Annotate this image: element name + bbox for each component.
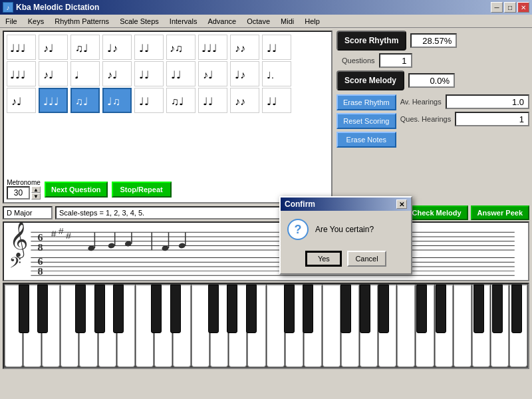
confirm-dialog: Confirm ✕ ? Are You certain? Yes Cancel: [279, 196, 412, 275]
dialog-yes-button[interactable]: Yes: [305, 251, 342, 267]
dialog-content: ? Are You certain?: [281, 211, 411, 248]
dialog-buttons: Yes Cancel: [281, 248, 411, 273]
dialog-close-button[interactable]: ✕: [396, 200, 407, 209]
dialog-question-icon: ?: [287, 219, 309, 240]
dialog-overlay: Confirm ✕ ? Are You certain? Yes Cancel: [0, 0, 532, 399]
dialog-title: Confirm: [285, 200, 315, 209]
dialog-cancel-button[interactable]: Cancel: [347, 251, 386, 267]
dialog-titlebar: Confirm ✕: [281, 198, 411, 211]
dialog-message: Are You certain?: [315, 225, 374, 234]
